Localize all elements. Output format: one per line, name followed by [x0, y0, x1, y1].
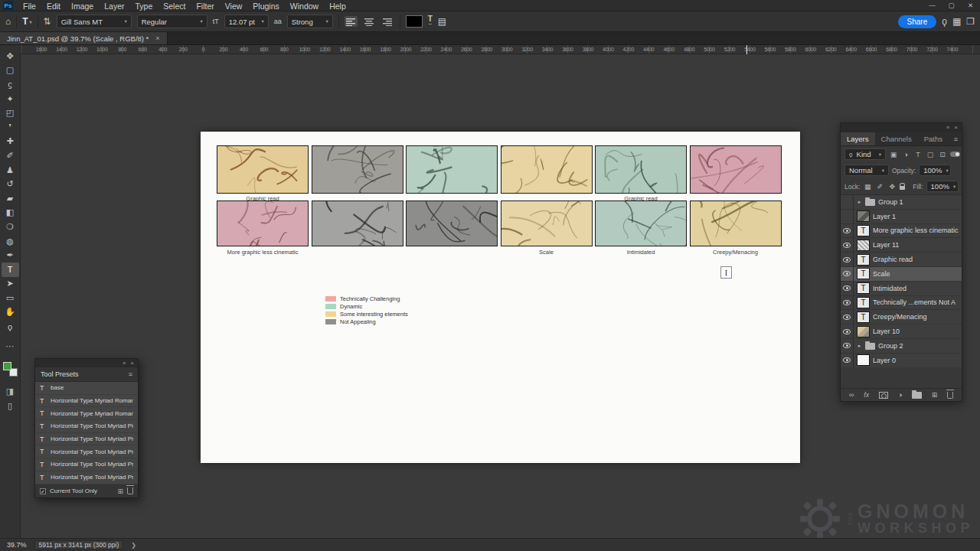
visibility-cell[interactable]: [841, 310, 854, 324]
home-icon[interactable]: ⌂: [5, 17, 11, 26]
horizontal-ruler[interactable]: 1600140012001000800600400200020040060080…: [21, 45, 980, 54]
menu-image[interactable]: Image: [66, 2, 99, 11]
sketch-thumbnail[interactable]: [406, 201, 498, 246]
group-chevron-icon[interactable]: ▸: [857, 343, 862, 349]
lock-transparent-icon[interactable]: ▦: [863, 183, 872, 191]
filter-pixel-layers-icon[interactable]: ▣: [889, 151, 898, 158]
menu-help[interactable]: Help: [324, 2, 351, 11]
layer-thumbnail[interactable]: [857, 326, 870, 337]
lock-pixels-icon[interactable]: ✐: [875, 183, 884, 191]
gradient-tool[interactable]: ◧: [2, 206, 19, 220]
quick-selection-tool[interactable]: ✦: [2, 92, 19, 106]
new-group-icon[interactable]: [912, 392, 922, 399]
share-button[interactable]: Share: [898, 15, 937, 28]
text-layer-thumbnail[interactable]: T: [857, 268, 870, 279]
document-tab[interactable]: Jinn_AT_01.psd @ 39.7% (Scale , RGB/8) *…: [0, 32, 168, 44]
visibility-eye-icon[interactable]: [843, 257, 851, 262]
visibility-cell[interactable]: [841, 296, 854, 310]
layer-row[interactable]: Layer 10: [841, 324, 962, 339]
crop-tool[interactable]: ◰: [2, 106, 19, 120]
blend-mode-select[interactable]: Normal▾: [844, 165, 889, 176]
text-layer-thumbnail[interactable]: T: [857, 225, 870, 236]
tab-channels[interactable]: Channels: [875, 132, 918, 145]
type-tool[interactable]: T: [2, 262, 19, 277]
visibility-cell[interactable]: [841, 210, 854, 223]
close-panel-icon[interactable]: ×: [130, 360, 134, 367]
current-tool-only-checkbox[interactable]: ✓: [40, 488, 46, 494]
menu-layer[interactable]: Layer: [99, 2, 129, 11]
pen-tool[interactable]: ✒: [2, 248, 19, 262]
visibility-eye-icon[interactable]: [843, 315, 851, 320]
new-layer-icon[interactable]: ⊞: [932, 391, 938, 399]
layer-row[interactable]: TScale: [841, 267, 962, 282]
sketch-thumbnail[interactable]: [501, 201, 593, 246]
blur-tool[interactable]: ❍: [2, 220, 19, 234]
color-picker-swatches[interactable]: [3, 362, 18, 377]
path-selection-tool[interactable]: ➤: [2, 277, 19, 292]
text-color-swatch[interactable]: [406, 15, 423, 28]
text-layer-thumbnail[interactable]: T: [857, 254, 870, 266]
marquee-tool[interactable]: ▢: [2, 64, 19, 78]
lasso-tool[interactable]: ϛ: [2, 77, 19, 92]
visibility-eye-icon[interactable]: [843, 343, 851, 348]
sketch-thumbnail[interactable]: [690, 145, 782, 194]
visibility-cell[interactable]: [841, 339, 854, 353]
link-layers-icon[interactable]: ∞: [849, 391, 854, 399]
opacity-select[interactable]: 100%▾: [919, 165, 951, 176]
tab-close-icon[interactable]: ×: [155, 34, 159, 42]
sketch-thumbnail[interactable]: [312, 145, 403, 194]
search-icon[interactable]: ϙ: [942, 17, 947, 26]
layer-row[interactable]: Layer 1: [841, 210, 962, 224]
zoom-level-field[interactable]: 39.7%: [7, 541, 27, 549]
layer-thumbnail[interactable]: [857, 354, 870, 366]
collapse-panel-icon[interactable]: «: [946, 125, 949, 131]
layer-row[interactable]: ▸Group 2: [841, 339, 962, 354]
add-layer-mask-icon[interactable]: [879, 392, 888, 399]
layer-row[interactable]: Layer 11: [841, 238, 962, 253]
panel-titlebar[interactable]: Tool Presets ≡: [35, 367, 138, 382]
sketch-thumbnail[interactable]: [217, 145, 309, 194]
filter-adjustment-layers-icon[interactable]: ◑: [901, 151, 910, 158]
layer-row[interactable]: TIntimidated: [841, 282, 962, 296]
layer-thumbnail[interactable]: [857, 240, 870, 251]
visibility-eye-icon[interactable]: [843, 243, 851, 248]
visibility-eye-icon[interactable]: [843, 300, 851, 305]
visibility-eye-icon[interactable]: [843, 271, 851, 276]
layer-effects-icon[interactable]: fx: [864, 391, 869, 399]
align-left-icon[interactable]: [345, 16, 358, 27]
move-tool[interactable]: ✥: [2, 49, 19, 64]
visibility-cell[interactable]: [841, 282, 854, 295]
align-right-icon[interactable]: [381, 16, 394, 27]
healing-brush-tool[interactable]: ✚: [2, 135, 19, 149]
type-tool-preset-icon[interactable]: T▾: [22, 16, 31, 27]
sketch-thumbnail[interactable]: [595, 145, 687, 194]
font-family-select[interactable]: Gill Sans MT▾: [57, 15, 132, 28]
layer-row[interactable]: TMore graphic less cinematic: [841, 224, 962, 239]
font-size-select[interactable]: 12.07 pt▾: [224, 15, 269, 28]
panel-menu-icon[interactable]: ≡: [950, 132, 962, 145]
close-panel-icon[interactable]: ×: [954, 125, 958, 131]
visibility-eye-icon[interactable]: [843, 357, 851, 363]
tool-preset-item[interactable]: THorizontal Type Tool Myriad Pro R...: [35, 458, 138, 471]
menu-filter[interactable]: Filter: [191, 2, 219, 11]
text-layer-thumbnail[interactable]: T: [857, 282, 870, 294]
panel-menu-icon[interactable]: ≡: [129, 370, 132, 378]
menu-select[interactable]: Select: [158, 2, 191, 11]
text-layer-thumbnail[interactable]: T: [857, 311, 870, 323]
tool-preset-item[interactable]: THorizontal Type Tool Myriad Pro R...: [35, 445, 138, 458]
collapse-panel-icon[interactable]: «: [122, 360, 126, 367]
visibility-eye-icon[interactable]: [843, 285, 851, 291]
eraser-tool[interactable]: ▰: [2, 191, 19, 206]
visibility-cell[interactable]: [841, 354, 854, 367]
layer-row[interactable]: TGraphic read: [841, 253, 962, 267]
tool-preset-item[interactable]: THorizontal Type Myriad Roman 24...: [35, 395, 138, 408]
tool-preset-item[interactable]: THorizontal Type Tool Myriad Pro R...: [35, 420, 138, 433]
visibility-eye-icon[interactable]: [843, 329, 851, 334]
toggle-panels-icon[interactable]: ▤: [438, 17, 446, 26]
arrange-documents-icon[interactable]: ❒: [966, 17, 975, 26]
delete-preset-icon[interactable]: [127, 487, 133, 494]
menu-edit[interactable]: Edit: [41, 2, 66, 11]
quick-mask-icon[interactable]: ◨: [2, 384, 19, 399]
visibility-cell[interactable]: [841, 238, 854, 252]
sketch-thumbnail[interactable]: [595, 201, 687, 246]
